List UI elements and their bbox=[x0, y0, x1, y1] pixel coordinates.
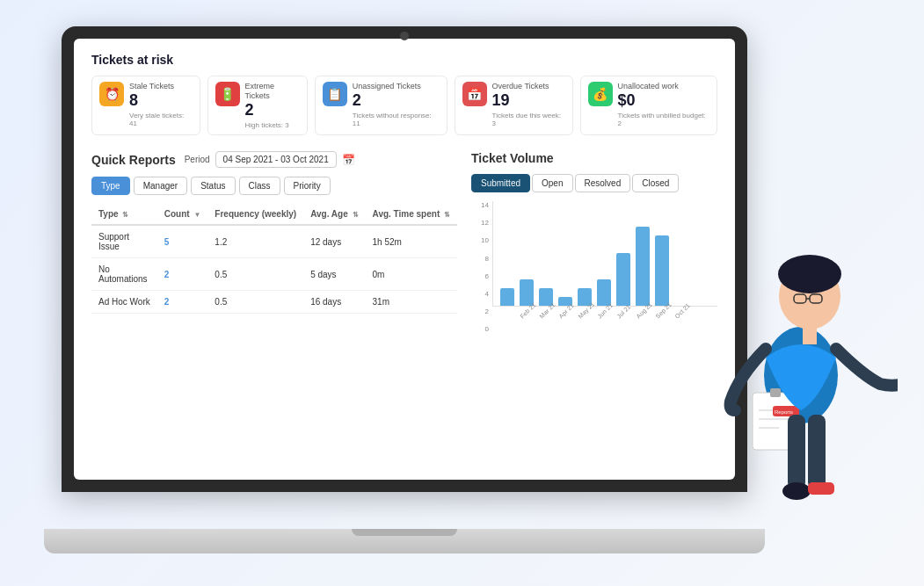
tickets-at-risk-title: Tickets at risk bbox=[91, 53, 717, 67]
person-figure: Reports bbox=[704, 199, 898, 568]
quick-reports-title: Quick Reports bbox=[91, 153, 176, 167]
col-header-avg-time[interactable]: Avg. Time spent ⇅ bbox=[366, 204, 457, 225]
tab-status[interactable]: Status bbox=[191, 177, 235, 195]
risk-card-unassigned[interactable]: 📋 Unassigned Tickets 2 Tickets without r… bbox=[315, 76, 447, 135]
period-range-input[interactable]: 04 Sep 2021 - 03 Oct 2021 bbox=[215, 151, 337, 168]
quick-reports-panel: Quick Reports Period 04 Sep 2021 - 03 Oc… bbox=[91, 151, 457, 359]
extreme-info: Extreme Tickets 2 High tickets: 3 bbox=[245, 82, 300, 129]
extreme-count: 2 bbox=[245, 101, 300, 120]
stale-icon: ⏰ bbox=[99, 82, 124, 106]
tickets-at-risk-section: Tickets at risk ⏰ Stale Tickets 8 Very s… bbox=[91, 53, 717, 135]
ticket-volume-panel: Ticket Volume Submitted Open Resolved Cl… bbox=[471, 151, 717, 359]
y-axis-label: 6 bbox=[471, 272, 489, 280]
bar-group bbox=[616, 253, 630, 306]
ticket-volume-title: Ticket Volume bbox=[471, 151, 717, 165]
overdue-count: 19 bbox=[492, 91, 565, 111]
cell-age-1: 5 days bbox=[303, 258, 365, 291]
tab-priority[interactable]: Priority bbox=[284, 177, 331, 195]
bar[interactable] bbox=[616, 253, 630, 306]
unassigned-label: Unassigned Tickets bbox=[353, 82, 440, 91]
stale-count: 8 bbox=[129, 91, 193, 111]
x-label: May 21 bbox=[577, 306, 591, 320]
cell-type-1: No Automations bbox=[91, 258, 157, 291]
laptop-screen-inner: Tickets at risk ⏰ Stale Tickets 8 Very s… bbox=[74, 39, 735, 480]
x-label: Oct 21 bbox=[673, 306, 688, 320]
svg-rect-9 bbox=[770, 388, 781, 397]
laptop: Tickets at risk ⏰ Stale Tickets 8 Very s… bbox=[44, 26, 765, 553]
laptop-screen-outer: Tickets at risk ⏰ Stale Tickets 8 Very s… bbox=[62, 26, 747, 492]
laptop-camera bbox=[400, 32, 409, 40]
y-axis-label: 8 bbox=[471, 255, 489, 263]
cell-freq-2: 0.5 bbox=[207, 291, 303, 314]
risk-card-unallocated[interactable]: 💰 Unallocated work $0 Tickets with unbil… bbox=[580, 76, 717, 135]
bar-group bbox=[636, 227, 650, 306]
overdue-info: Overdue Tickets 19 Tickets due this week… bbox=[492, 82, 565, 127]
tab-type[interactable]: Type bbox=[91, 177, 130, 195]
cell-age-0: 12 days bbox=[303, 225, 365, 258]
cell-count-1[interactable]: 2 bbox=[157, 258, 208, 291]
col-header-avg-age[interactable]: Avg. Age ⇅ bbox=[303, 204, 365, 225]
x-label: Jun 21 bbox=[596, 306, 610, 320]
x-label: Mar 21 bbox=[538, 306, 552, 320]
svg-rect-15 bbox=[788, 415, 805, 489]
scene: Tickets at risk ⏰ Stale Tickets 8 Very s… bbox=[0, 0, 924, 586]
unallocated-info: Unallocated work $0 Tickets with unbille… bbox=[618, 82, 709, 127]
bar-group bbox=[655, 235, 669, 306]
svg-rect-16 bbox=[808, 415, 826, 489]
cell-freq-1: 0.5 bbox=[207, 258, 303, 291]
col-header-count[interactable]: Count ▼ bbox=[157, 204, 208, 225]
tab-class[interactable]: Class bbox=[239, 177, 280, 195]
x-label: Sep 21 bbox=[654, 306, 668, 320]
x-label: Jul 21 bbox=[615, 306, 629, 320]
cell-type-0: Support Issue bbox=[91, 225, 157, 258]
tab-manager[interactable]: Manager bbox=[134, 177, 187, 195]
bar[interactable] bbox=[500, 288, 514, 306]
x-label: Feb 21 bbox=[519, 306, 533, 320]
extreme-icon: 🔋 bbox=[215, 82, 240, 106]
unallocated-sub: Tickets with unbilled budget: 2 bbox=[618, 112, 709, 127]
risk-cards: ⏰ Stale Tickets 8 Very stale tickets: 41… bbox=[91, 76, 717, 135]
stale-sub: Very stale tickets: 41 bbox=[129, 112, 193, 127]
col-header-type[interactable]: Type ⇅ bbox=[91, 204, 157, 225]
unassigned-sub: Tickets without response: 11 bbox=[353, 112, 440, 127]
extreme-sub: High tickets: 3 bbox=[245, 121, 300, 129]
svg-point-2 bbox=[778, 255, 841, 293]
overdue-icon: 📅 bbox=[462, 82, 487, 106]
bar[interactable] bbox=[636, 227, 650, 306]
volume-tab-open[interactable]: Open bbox=[532, 174, 572, 192]
y-axis-label: 12 bbox=[471, 219, 489, 227]
quick-reports-header: Quick Reports Period 04 Sep 2021 - 03 Oc… bbox=[91, 151, 457, 168]
volume-tab-closed[interactable]: Closed bbox=[632, 174, 679, 192]
cell-count-2[interactable]: 2 bbox=[157, 291, 208, 314]
risk-card-stale[interactable]: ⏰ Stale Tickets 8 Very stale tickets: 41 bbox=[91, 76, 200, 135]
reports-table: Type ⇅ Count ▼ Frequency (we bbox=[91, 204, 457, 314]
y-axis-label: 2 bbox=[471, 307, 489, 315]
unassigned-icon: 📋 bbox=[323, 82, 347, 106]
dashboard: Tickets at risk ⏰ Stale Tickets 8 Very s… bbox=[74, 39, 735, 373]
cell-age-2: 16 days bbox=[303, 291, 365, 314]
bar-chart: 14121086420 Feb 21Mar 21Apr 21May 21Jun … bbox=[471, 201, 717, 359]
unassigned-info: Unassigned Tickets 2 Tickets without res… bbox=[353, 82, 440, 127]
period-selector: Period 04 Sep 2021 - 03 Oct 2021 📅 bbox=[185, 151, 355, 168]
stale-info: Stale Tickets 8 Very stale tickets: 41 bbox=[129, 82, 193, 127]
unallocated-count: $0 bbox=[618, 91, 709, 111]
y-axis: 14121086420 bbox=[471, 201, 489, 333]
svg-rect-6 bbox=[803, 327, 817, 344]
cell-time-1: 0m bbox=[366, 258, 457, 291]
volume-tabs: Submitted Open Resolved Closed bbox=[471, 174, 717, 192]
cell-type-2: Ad Hoc Work bbox=[91, 291, 157, 314]
cell-count-0[interactable]: 5 bbox=[157, 225, 208, 258]
calendar-icon[interactable]: 📅 bbox=[342, 154, 355, 166]
svg-point-17 bbox=[782, 482, 811, 500]
col-header-frequency: Frequency (weekly) bbox=[207, 204, 303, 225]
chart-area bbox=[492, 201, 717, 307]
overdue-label: Overdue Tickets bbox=[492, 82, 565, 91]
y-axis-label: 14 bbox=[471, 201, 489, 209]
bar[interactable] bbox=[655, 235, 669, 306]
volume-tab-submitted[interactable]: Submitted bbox=[471, 174, 530, 192]
volume-tab-resolved[interactable]: Resolved bbox=[575, 174, 631, 192]
risk-card-overdue[interactable]: 📅 Overdue Tickets 19 Tickets due this we… bbox=[455, 76, 573, 135]
sort-icon-count: ▼ bbox=[193, 211, 200, 219]
risk-card-extreme[interactable]: 🔋 Extreme Tickets 2 High tickets: 3 bbox=[207, 76, 308, 135]
y-axis-label: 10 bbox=[471, 236, 489, 244]
